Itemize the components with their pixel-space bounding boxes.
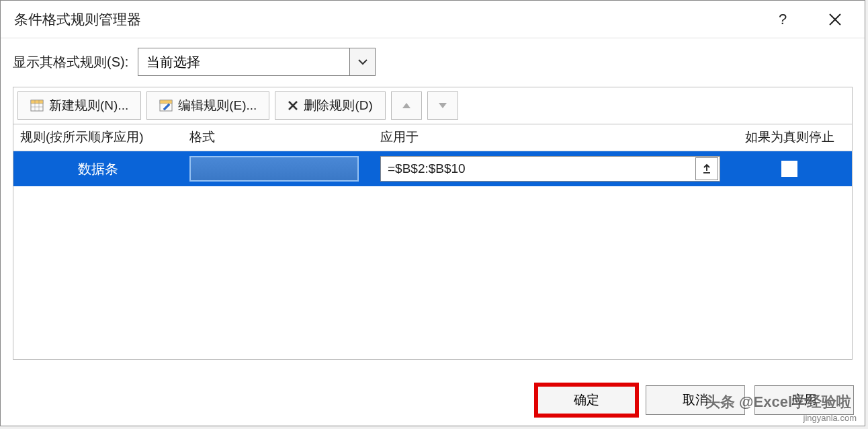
dialog-title: 条件格式规则管理器 <box>14 10 746 29</box>
dialog-footer: 确定 取消 应用 <box>537 385 854 415</box>
dropdown-toggle[interactable] <box>349 48 375 75</box>
new-rule-icon <box>30 100 44 112</box>
applies-to-input[interactable] <box>381 157 695 181</box>
rules-body: 数据条 <box>13 151 852 359</box>
move-down-button[interactable] <box>427 91 458 120</box>
new-rule-button[interactable]: 新建规则(N)... <box>17 91 141 120</box>
close-button[interactable] <box>819 6 851 33</box>
help-button[interactable]: ? <box>767 6 799 33</box>
rule-stop-cell <box>727 151 852 186</box>
titlebar: 条件格式规则管理器 ? <box>1 1 865 38</box>
rules-toolbar: 新建规则(N)... 编辑规则(E)... 删除规则(D) <box>13 87 853 124</box>
move-up-button[interactable] <box>391 91 422 120</box>
dropdown-selected: 当前选择 <box>138 53 349 71</box>
edit-rule-button[interactable]: 编辑规则(E)... <box>146 91 269 120</box>
stop-if-true-checkbox[interactable] <box>781 161 797 177</box>
svg-rect-6 <box>160 100 172 104</box>
show-rules-row: 显示其格式规则(S): 当前选择 <box>13 48 853 76</box>
delete-rule-icon <box>288 100 298 111</box>
ok-button[interactable]: 确定 <box>537 385 636 415</box>
rules-header: 规则(按所示顺序应用) 格式 应用于 如果为真则停止 <box>13 124 852 151</box>
chevron-down-icon <box>358 58 367 65</box>
dialog-window: 条件格式规则管理器 ? 显示其格式规则(S): 当前选择 <box>0 0 865 426</box>
column-rule: 规则(按所示顺序应用) <box>13 124 183 151</box>
rule-applies-cell <box>374 151 727 186</box>
apply-button[interactable]: 应用 <box>754 385 854 415</box>
show-rules-dropdown[interactable]: 当前选择 <box>138 48 376 76</box>
arrow-down-icon <box>438 102 447 109</box>
column-stop-if-true: 如果为真则停止 <box>727 124 852 151</box>
arrow-up-icon <box>402 102 411 109</box>
rules-list: 规则(按所示顺序应用) 格式 应用于 如果为真则停止 数据条 <box>13 124 853 360</box>
new-rule-label: 新建规则(N)... <box>49 97 128 114</box>
dialog-content: 显示其格式规则(S): 当前选择 新建规则(N)... <box>1 38 865 360</box>
svg-rect-1 <box>31 100 43 104</box>
format-preview <box>189 156 359 182</box>
help-icon: ? <box>779 11 787 28</box>
column-applies-to: 应用于 <box>374 124 727 151</box>
cancel-button[interactable]: 取消 <box>646 385 745 415</box>
edit-rule-label: 编辑规则(E)... <box>178 97 257 114</box>
rule-name: 数据条 <box>13 151 183 186</box>
show-rules-label: 显示其格式规则(S): <box>13 53 128 71</box>
delete-rule-button[interactable]: 删除规则(D) <box>275 91 385 120</box>
applies-to-wrap <box>380 156 720 182</box>
rule-row[interactable]: 数据条 <box>13 151 852 186</box>
column-format: 格式 <box>183 124 374 151</box>
close-icon <box>828 13 842 26</box>
edit-rule-icon <box>159 100 173 112</box>
range-selector-icon <box>701 163 712 174</box>
rule-format-cell <box>183 151 374 186</box>
delete-rule-label: 删除规则(D) <box>304 97 372 114</box>
range-selector-button[interactable] <box>695 157 718 180</box>
